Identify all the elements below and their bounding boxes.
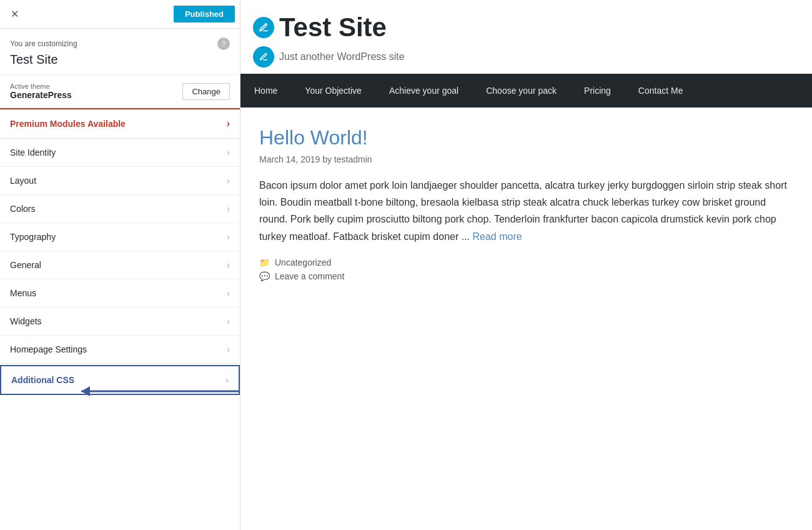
menu-chevron-icon: › [227, 148, 230, 158]
theme-section: Active theme GeneratePress Change [0, 75, 240, 108]
additional-css-chevron-icon: › [225, 375, 229, 385]
edit-tagline-icon[interactable] [253, 46, 274, 68]
menu-list: Site Identity › Layout › Colors › Typogr… [0, 139, 240, 530]
site-header: Test Site Just another WordPress site [240, 0, 812, 74]
menu-chevron-icon: › [227, 232, 230, 242]
category-icon: 📁 [259, 258, 270, 268]
menu-item-layout[interactable]: Layout › [0, 167, 240, 195]
menu-item-label: Colors [10, 204, 35, 214]
post-category[interactable]: Uncategorized [275, 258, 331, 268]
site-tagline: Just another WordPress site [279, 51, 405, 62]
nav-item-choose-pack[interactable]: Choose your pack [472, 74, 570, 108]
post-comment-link[interactable]: Leave a comment [275, 271, 344, 281]
read-more-prefix: ... [462, 231, 470, 242]
menu-item-menus[interactable]: Menus › [0, 279, 240, 308]
menu-item-general[interactable]: General › [0, 251, 240, 279]
menu-item-site-identity[interactable]: Site Identity › [0, 139, 240, 167]
menu-item-widgets[interactable]: Widgets › [0, 308, 240, 336]
read-more-link[interactable]: Read more [473, 231, 522, 242]
site-title-row: Test Site [253, 12, 793, 42]
published-button[interactable]: Published [174, 6, 235, 22]
nav-item-contact-me[interactable]: Contact Me [625, 74, 697, 108]
menu-item-label: Layout [10, 176, 36, 186]
menu-item-colors[interactable]: Colors › [0, 195, 240, 223]
premium-modules-item[interactable]: Premium Modules Available › [0, 108, 240, 139]
menu-item-typography[interactable]: Typography › [0, 223, 240, 251]
nav-bar: Home Your Objective Achieve your goal Ch… [240, 74, 812, 108]
change-theme-button[interactable]: Change [182, 83, 230, 100]
menu-item-label: Menus [10, 288, 36, 298]
additional-css-label: Additional CSS [11, 375, 74, 385]
theme-label: Active theme [10, 82, 72, 90]
close-button[interactable]: ✕ [5, 5, 24, 24]
site-title: Test Site [279, 12, 387, 42]
main-content: Hello World! March 14, 2019 by testadmin… [240, 108, 812, 530]
menu-chevron-icon: › [227, 344, 230, 354]
menu-chevron-icon: › [227, 204, 230, 214]
post-footer: 📁 Uncategorized 💬 Leave a comment [259, 258, 793, 281]
customizing-site-name: Test Site [10, 52, 230, 67]
menu-item-label: General [10, 260, 41, 270]
nav-item-achieve-goal[interactable]: Achieve your goal [375, 74, 472, 108]
menu-chevron-icon: › [227, 316, 230, 326]
post-content: Bacon ipsum dolor amet pork loin landjae… [259, 177, 793, 245]
menu-chevron-icon: › [227, 288, 230, 298]
menu-item-label: Widgets [10, 316, 42, 326]
nav-item-home[interactable]: Home [240, 74, 291, 108]
premium-modules-label: Premium Modules Available [10, 119, 126, 129]
preview-panel: Test Site Just another WordPress site Ho… [240, 0, 812, 530]
edit-site-title-icon[interactable] [253, 17, 274, 38]
site-tagline-row: Just another WordPress site [253, 46, 793, 68]
additional-css-item[interactable]: Additional CSS › [0, 365, 240, 395]
customizer-panel: ✕ Published You are customizing ? Test S… [0, 0, 240, 530]
menu-item-label: Site Identity [10, 148, 56, 158]
comment-icon: 💬 [259, 271, 270, 281]
menu-chevron-icon: › [227, 176, 230, 186]
post-meta: March 14, 2019 by testadmin [259, 154, 793, 164]
menu-item-homepage-settings[interactable]: Homepage Settings › [0, 336, 240, 364]
premium-modules-chevron-icon: › [227, 118, 230, 129]
nav-item-your-objective[interactable]: Your Objective [291, 74, 375, 108]
theme-name: GeneratePress [10, 90, 72, 100]
nav-item-pricing[interactable]: Pricing [570, 74, 625, 108]
customizing-section: You are customizing ? Test Site [0, 29, 240, 75]
post-category-item: 📁 Uncategorized [259, 258, 793, 268]
menu-item-label: Homepage Settings [10, 344, 87, 354]
post-comment-item: 💬 Leave a comment [259, 271, 793, 281]
top-bar: ✕ Published [0, 0, 240, 29]
post-title[interactable]: Hello World! [259, 126, 793, 149]
menu-chevron-icon: › [227, 260, 230, 270]
menu-item-label: Typography [10, 232, 56, 242]
help-icon[interactable]: ? [217, 38, 230, 50]
customizing-label: You are customizing ? [10, 38, 230, 50]
additional-css-wrapper: Additional CSS › [0, 365, 240, 395]
theme-info: Active theme GeneratePress [10, 82, 72, 100]
